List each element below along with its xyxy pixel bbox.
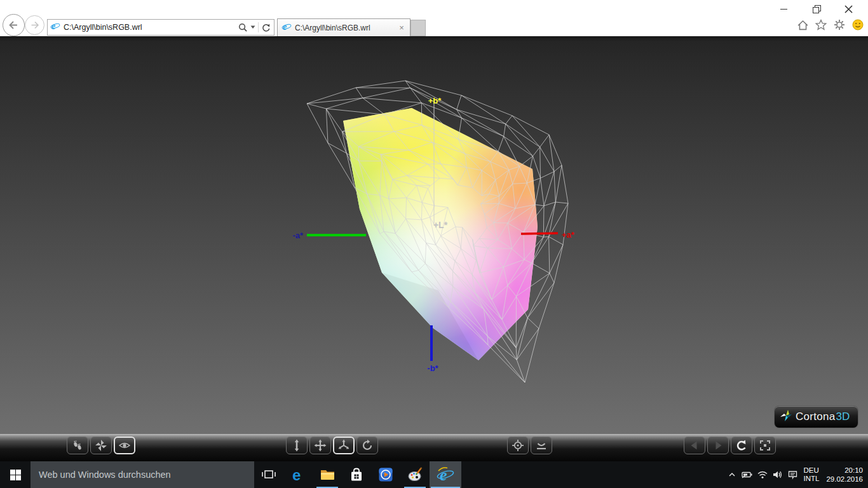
- 3d-scene[interactable]: +b*-a*+a*-b*+L*: [0, 36, 868, 434]
- volume-icon: [772, 470, 783, 480]
- taskbar-search-input[interactable]: Web und Windows durchsuchen: [31, 461, 254, 488]
- clock-date: 29.02.2016: [826, 475, 863, 484]
- file-explorer-icon: [319, 466, 336, 483]
- restore-view-button[interactable]: [731, 437, 752, 454]
- star-icon: [815, 19, 827, 30]
- store-taskbar-button[interactable]: [342, 461, 371, 488]
- next-view-icon: [712, 439, 724, 452]
- axis-label-minus-b: -b*: [427, 363, 438, 373]
- svg-text:e: e: [292, 466, 301, 483]
- cortona3d-suffix-text: 3D: [836, 410, 850, 423]
- plan-icon: [290, 439, 303, 452]
- clock-time: 20:10: [826, 466, 863, 475]
- turn-button[interactable]: [333, 437, 355, 454]
- address-bar[interactable]: e C:\Argyll\bin\sRGB.wrl: [47, 19, 275, 36]
- cortona3d-viewport: +b*-a*+a*-b*+L* Cortona 3D: [0, 36, 868, 434]
- minimize-button[interactable]: [774, 3, 793, 15]
- axis-label-plus-l: +L*: [433, 220, 448, 230]
- search-dropdown-icon[interactable]: [250, 25, 255, 29]
- close-button[interactable]: [839, 3, 858, 15]
- a-plus-axis-line: [521, 233, 558, 234]
- turn-icon: [337, 439, 350, 452]
- chevron-up-icon: [727, 470, 737, 480]
- goto-button[interactable]: [507, 437, 529, 454]
- cortona3d-brand-text: Cortona: [796, 410, 836, 423]
- fly-icon: [95, 439, 107, 452]
- action-center-icon: [787, 470, 798, 480]
- language-indicator[interactable]: DEU INTL: [804, 466, 820, 483]
- cortona3d-logo[interactable]: Cortona 3D: [774, 405, 858, 428]
- back-arrow-icon: [7, 18, 20, 32]
- ie-favicon: e: [50, 21, 60, 34]
- start-button[interactable]: [0, 461, 31, 488]
- tab-title: C:\Argyll\bin\sRGB.wrl: [295, 24, 396, 32]
- back-button[interactable]: [3, 14, 25, 36]
- plan-button[interactable]: [286, 437, 308, 454]
- taskbar: Web und Windows durchsuchen ee DEU INTL …: [0, 461, 868, 488]
- tab-close-button[interactable]: ×: [396, 22, 407, 34]
- media-player-taskbar-button[interactable]: [371, 461, 400, 488]
- home-button[interactable]: [796, 18, 809, 31]
- prev-view-icon: [688, 439, 701, 452]
- favorites-button[interactable]: [815, 18, 827, 31]
- task-view-icon: [261, 466, 277, 483]
- prev-view-button[interactable]: [684, 437, 705, 454]
- edge-icon: e: [290, 466, 306, 483]
- battery-icon: [741, 470, 754, 480]
- pan-button[interactable]: [309, 437, 331, 454]
- smiley-icon: [852, 19, 864, 30]
- spin-button[interactable]: [356, 437, 378, 454]
- settings-button[interactable]: [833, 18, 846, 31]
- wifi-icon: [757, 470, 768, 480]
- ie-tab-favicon: e: [281, 22, 292, 34]
- system-tray: DEU INTL 20:10 29.02.2016: [724, 461, 868, 488]
- paint-taskbar-button[interactable]: [400, 461, 430, 488]
- svg-text:e: e: [283, 22, 287, 32]
- straighten-icon: [535, 439, 548, 452]
- refresh-icon[interactable]: [261, 23, 271, 32]
- search-placeholder: Web und Windows durchsuchen: [31, 470, 171, 480]
- media-player-icon: [377, 466, 394, 483]
- goto-icon: [512, 439, 524, 452]
- edge-taskbar-button[interactable]: e: [283, 461, 313, 488]
- fit-view-button[interactable]: [754, 437, 776, 454]
- task-view-taskbar-button[interactable]: [254, 461, 283, 488]
- address-separator: [258, 22, 259, 32]
- browser-tab[interactable]: e C:\Argyll\bin\sRGB.wrl ×: [277, 18, 410, 36]
- wifi-tray-button[interactable]: [755, 461, 770, 488]
- home-icon: [797, 19, 809, 30]
- axis-label-plus-b: +b*: [428, 96, 442, 105]
- minimize-icon: [780, 9, 787, 10]
- forward-arrow-icon: [29, 19, 41, 31]
- walk-button[interactable]: [67, 437, 88, 454]
- file-explorer-taskbar-button[interactable]: [313, 461, 342, 488]
- cortona3d-star-icon: [779, 409, 793, 425]
- fit-view-icon: [759, 439, 771, 452]
- close-icon: [844, 5, 853, 13]
- battery-tray-button[interactable]: [740, 461, 755, 488]
- axis-label-plus-a: +a*: [562, 230, 575, 240]
- search-icon[interactable]: [238, 22, 248, 32]
- forward-button[interactable]: [25, 15, 44, 35]
- axis-label-minus-a: -a*: [292, 231, 304, 240]
- restore-button[interactable]: [807, 3, 826, 15]
- spin-icon: [361, 439, 374, 452]
- clock[interactable]: 20:10 29.02.2016: [826, 466, 863, 484]
- feedback-button[interactable]: [851, 18, 864, 31]
- action-center-tray-button[interactable]: [785, 461, 801, 488]
- next-view-button[interactable]: [707, 437, 729, 454]
- new-tab-button[interactable]: [410, 20, 426, 36]
- address-input[interactable]: C:\Argyll\bin\sRGB.wrl: [64, 23, 238, 32]
- straighten-button[interactable]: [531, 437, 552, 454]
- volume-tray-button[interactable]: [770, 461, 785, 488]
- restore-view-icon: [735, 439, 748, 452]
- paint-icon: [407, 466, 424, 483]
- internet-explorer-taskbar-button[interactable]: e: [430, 461, 461, 488]
- fly-button[interactable]: [90, 437, 112, 454]
- gear-icon: [834, 19, 845, 30]
- chevron-up-tray-button[interactable]: [724, 461, 740, 488]
- study-button[interactable]: [114, 437, 135, 454]
- screen: e C:\Argyll\bin\sRGB.wrl: [0, 0, 868, 488]
- restore-icon: [813, 5, 820, 13]
- walk-icon: [71, 439, 84, 452]
